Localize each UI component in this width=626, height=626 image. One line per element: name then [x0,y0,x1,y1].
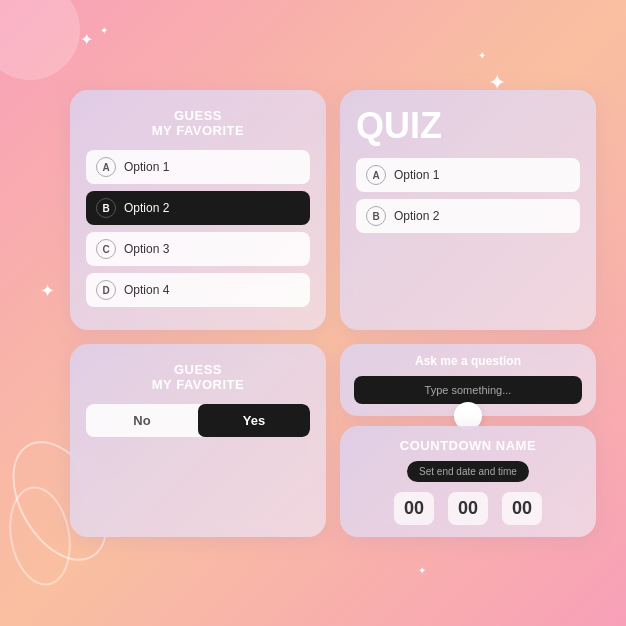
guess-favorite-card: GUESS MY FAVORITE A Option 1 B Option 2 … [70,90,326,330]
quiz-option-a-row[interactable]: A Option 1 [356,158,580,192]
quiz-option-a-label: A [366,165,386,185]
quiz-option-b-text: Option 2 [394,209,439,223]
ask-question-card: Ask me a question Type something... [340,344,596,416]
yes-button[interactable]: Yes [198,404,310,437]
countdown-title: COUNTDOWN NAME [354,438,582,453]
yesno-card-title: GUESS MY FAVORITE [86,362,310,392]
option-c-text: Option 3 [124,242,169,256]
option-b-text: Option 2 [124,201,169,215]
sparkle-icon: ✦ [418,565,426,576]
quiz-title: QUIZ [356,108,580,144]
yesno-card: GUESS MY FAVORITE No Yes [70,344,326,537]
quiz-option-b-row[interactable]: B Option 2 [356,199,580,233]
ask-title: Ask me a question [354,354,582,368]
quiz-option-b-label: B [366,206,386,226]
option-d-text: Option 4 [124,283,169,297]
sparkle-icon: ✦ [478,50,486,61]
sparkle-icon: ✦ [40,280,55,302]
set-date-button[interactable]: Set end date and time [407,461,529,482]
countdown-seconds: 00 [502,492,542,525]
option-b-row[interactable]: B Option 2 [86,191,310,225]
option-a-row[interactable]: A Option 1 [86,150,310,184]
cards-grid: GUESS MY FAVORITE A Option 1 B Option 2 … [70,90,596,537]
right-bottom-column: Ask me a question Type something... COUN… [340,344,596,537]
option-a-text: Option 1 [124,160,169,174]
countdown-hours: 00 [394,492,434,525]
guess-card-title: GUESS MY FAVORITE [86,108,310,138]
option-d-label: D [96,280,116,300]
option-d-row[interactable]: D Option 4 [86,273,310,307]
countdown-minutes: 00 [448,492,488,525]
countdown-separator-2 [494,492,496,525]
option-c-row[interactable]: C Option 3 [86,232,310,266]
quiz-card: QUIZ A Option 1 B Option 2 [340,90,596,330]
yesno-buttons: No Yes [86,404,310,437]
countdown-card: COUNTDOWN NAME Set end date and time 00 … [340,426,596,537]
quiz-option-a-text: Option 1 [394,168,439,182]
option-a-label: A [96,157,116,177]
sparkle-icon: ✦ [80,30,93,49]
bg-decoration-circle [0,0,80,80]
countdown-separator-1 [440,492,442,525]
countdown-display: 00 00 00 [354,492,582,525]
option-b-label: B [96,198,116,218]
option-c-label: C [96,239,116,259]
no-button[interactable]: No [86,404,198,437]
sparkle-icon: ✦ [100,25,108,36]
ask-input-field[interactable]: Type something... [354,376,582,404]
